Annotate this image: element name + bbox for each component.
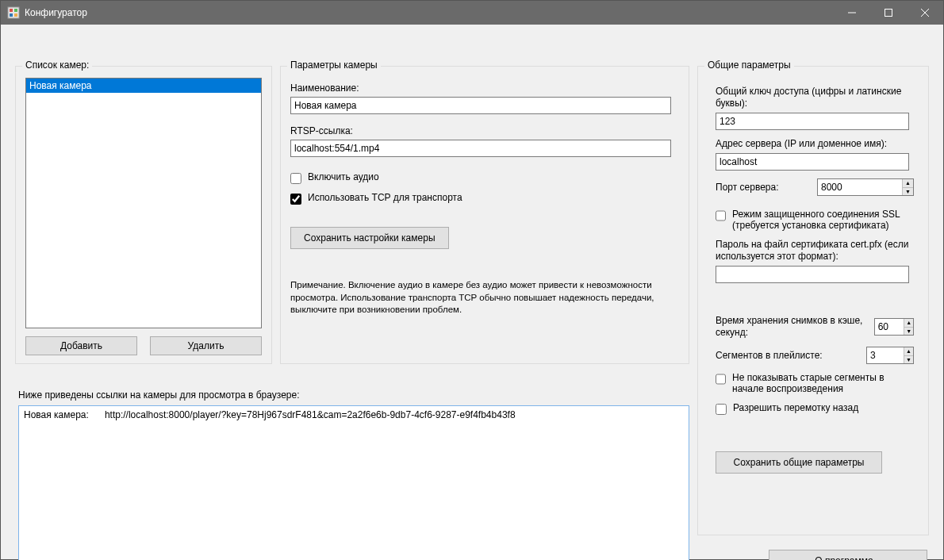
- server-address-label: Адрес сервера (IP или доменное имя):: [716, 138, 914, 150]
- content-area: Список камер: Новая камера Добавить Удал…: [1, 25, 943, 559]
- camera-name-label: Наименование:: [290, 82, 679, 94]
- camera-note: Примечание. Включение аудио в камере без…: [290, 279, 671, 316]
- svg-rect-6: [885, 10, 892, 17]
- app-icon: [7, 6, 20, 19]
- camera-listbox[interactable]: Новая камера: [25, 78, 262, 328]
- chevron-up-icon[interactable]: ▲: [904, 347, 913, 356]
- access-key-input[interactable]: [716, 113, 909, 130]
- ssl-checkbox[interactable]: [716, 210, 726, 221]
- hide-old-segments-checkbox[interactable]: [716, 374, 726, 385]
- rtsp-input[interactable]: [290, 140, 671, 157]
- allow-rewind-checkbox[interactable]: [716, 404, 727, 415]
- close-button[interactable]: [907, 1, 943, 25]
- camera-params-legend: Параметры камеры: [287, 59, 381, 71]
- segments-stepper[interactable]: ▲ ▼: [866, 347, 914, 364]
- chevron-down-icon[interactable]: ▼: [903, 188, 913, 196]
- save-common-button[interactable]: Сохранить общие параметры: [716, 451, 882, 474]
- camera-name-input[interactable]: [290, 97, 671, 114]
- server-port-stepper[interactable]: ▲ ▼: [817, 178, 914, 196]
- links-textarea[interactable]: [18, 405, 689, 560]
- svg-rect-2: [14, 9, 17, 12]
- segments-input[interactable]: [867, 347, 904, 363]
- list-item[interactable]: Новая камера: [26, 79, 261, 93]
- chevron-down-icon[interactable]: ▼: [904, 328, 913, 336]
- titlebar: Конфигуратор: [1, 1, 943, 25]
- camera-params-group: Параметры камеры Наименование: RTSP-ссыл…: [280, 66, 689, 364]
- cert-password-input[interactable]: [716, 266, 909, 283]
- cert-password-label: Пароль на файл сертификата cert.pfx (есл…: [716, 239, 914, 263]
- svg-rect-1: [10, 9, 13, 12]
- save-camera-button[interactable]: Сохранить настройки камеры: [290, 227, 449, 249]
- maximize-button[interactable]: [870, 1, 907, 25]
- hide-old-segments-label: Не показывать старые сегменты в начале в…: [732, 372, 914, 394]
- server-port-input[interactable]: [818, 179, 902, 195]
- common-params-group: Общие параметры Общий ключ доступа (цифр…: [697, 66, 929, 535]
- rtsp-label: RTSP-ссылка:: [290, 125, 679, 136]
- camera-list-group: Список камер: Новая камера Добавить Удал…: [15, 66, 272, 364]
- allow-rewind-label: Разрешить перемотку назад: [733, 402, 858, 413]
- tcp-checkbox[interactable]: [290, 194, 301, 205]
- camera-list-legend: Список камер:: [22, 59, 92, 71]
- svg-rect-4: [14, 13, 17, 17]
- minimize-button[interactable]: [834, 1, 870, 25]
- delete-camera-button[interactable]: Удалить: [150, 336, 262, 355]
- about-button[interactable]: О программе...: [769, 550, 927, 560]
- tcp-checkbox-label: Использовать TCP для транспорта: [308, 192, 462, 203]
- chevron-up-icon[interactable]: ▲: [903, 179, 913, 188]
- segments-label: Сегментов в плейлисте:: [716, 350, 860, 362]
- chevron-up-icon[interactable]: ▲: [904, 319, 913, 328]
- common-params-legend: Общие параметры: [704, 59, 794, 71]
- server-port-label: Порт сервера:: [716, 182, 811, 194]
- add-camera-button[interactable]: Добавить: [25, 336, 137, 355]
- chevron-down-icon[interactable]: ▼: [904, 356, 913, 364]
- audio-checkbox[interactable]: [290, 173, 301, 184]
- svg-rect-3: [10, 13, 13, 17]
- cache-seconds-label: Время хранения снимков в кэше, секунд:: [716, 315, 868, 339]
- links-label: Ниже приведены ссылки на камеры для прос…: [18, 389, 300, 401]
- access-key-label: Общий ключ доступа (цифры и латинские бу…: [716, 86, 914, 109]
- server-address-input[interactable]: [716, 153, 909, 171]
- cache-seconds-input[interactable]: [875, 319, 904, 335]
- app-window: Конфигуратор Список камер: Новая камера …: [0, 0, 944, 560]
- cache-seconds-stepper[interactable]: ▲ ▼: [874, 318, 914, 336]
- ssl-checkbox-label: Режим защищенного соединения SSL (требуе…: [732, 209, 914, 231]
- window-title: Конфигуратор: [25, 7, 87, 18]
- audio-checkbox-label: Включить аудио: [308, 171, 379, 182]
